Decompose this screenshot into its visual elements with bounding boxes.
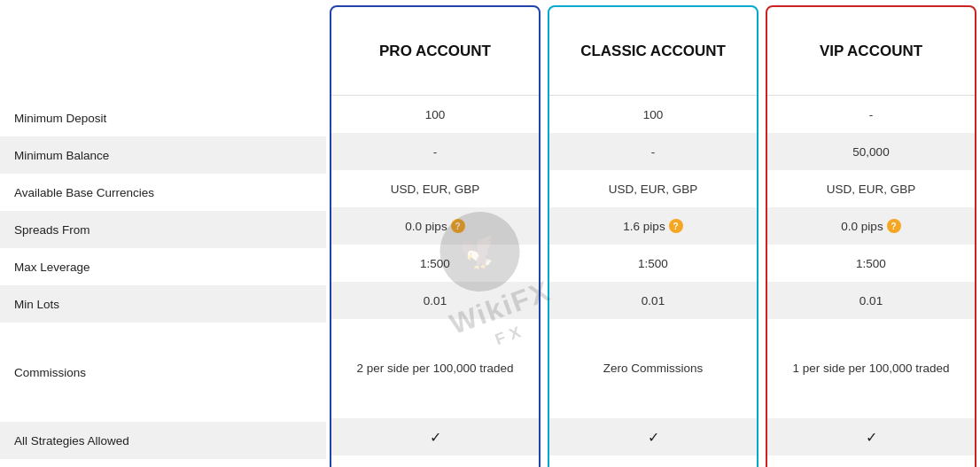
label-cell-4: Max Leverage	[0, 248, 326, 285]
data-cell-pro-9: ✓	[331, 418, 539, 455]
data-cell-classic-0: 100	[549, 96, 757, 133]
data-cell-vip-1: 50,000	[767, 133, 975, 170]
data-cell-classic-6	[549, 319, 757, 337]
data-cell-pro-5: 0.01	[331, 282, 539, 319]
label-cell-3: Spreads From	[0, 211, 326, 248]
help-icon-pro-3[interactable]: ?	[451, 219, 465, 233]
data-cell-vip-7: 1 per side per 100,000 traded	[767, 337, 975, 401]
account-col-vip: VIP ACCOUNT-50,000USD, EUR, GBP0.0 pips …	[766, 5, 976, 467]
data-cell-pro-4: 1:500	[331, 245, 539, 282]
account-title-vip: VIP ACCOUNT	[767, 7, 975, 96]
label-cell-8	[0, 404, 326, 422]
data-cell-classic-5: 0.01	[549, 282, 757, 319]
data-cell-classic-4: 1:500	[549, 245, 757, 282]
label-cell-0: Minimum Deposit	[0, 99, 326, 136]
label-cell-6	[0, 323, 326, 340]
data-cell-pro-10: ✓	[331, 455, 539, 467]
data-cell-vip-9: ✓	[767, 418, 975, 455]
cell-value-text: 0.0 pips	[841, 220, 883, 233]
data-cell-vip-10: ✓	[767, 455, 975, 467]
label-cell-5: Min Lots	[0, 285, 326, 323]
account-col-classic: CLASSIC ACCOUNT100-USD, EUR, GBP1.6 pips…	[548, 5, 758, 467]
data-cell-pro-1: -	[331, 133, 539, 170]
help-icon-vip-3[interactable]: ?	[887, 219, 901, 233]
cell-value-text: 1.6 pips	[623, 220, 665, 233]
data-cell-vip-6	[767, 319, 975, 337]
account-col-pro: PRO ACCOUNT100-USD, EUR, GBP0.0 pips ?1:…	[330, 5, 541, 467]
label-column: Minimum DepositMinimum BalanceAvailable …	[0, 0, 326, 467]
data-cell-pro-2: USD, EUR, GBP	[331, 170, 539, 207]
data-cell-pro-8	[331, 401, 539, 418]
data-cell-vip-4: 1:500	[767, 245, 975, 282]
data-cell-classic-1: -	[549, 133, 757, 170]
account-title-classic: CLASSIC ACCOUNT	[549, 7, 757, 96]
data-cell-pro-6	[331, 319, 539, 337]
data-cell-classic-10: ✓	[549, 455, 757, 467]
data-cell-vip-0: -	[767, 96, 975, 133]
checkmark: ✓	[648, 429, 659, 446]
checkmark: ✓	[866, 429, 877, 446]
data-cell-classic-2: USD, EUR, GBP	[549, 170, 757, 207]
account-title-pro: PRO ACCOUNT	[331, 7, 539, 96]
checkmark: ✓	[430, 429, 441, 446]
data-cell-vip-3: 0.0 pips ?	[767, 207, 975, 245]
data-cell-classic-7: Zero Commissions	[549, 337, 757, 401]
data-cell-classic-8	[549, 401, 757, 418]
label-cell-9: All Strategies Allowed	[0, 422, 326, 459]
help-icon-classic-3[interactable]: ?	[669, 219, 683, 233]
data-cell-pro-7: 2 per side per 100,000 traded	[331, 337, 539, 401]
label-cell-2: Available Base Currencies	[0, 174, 326, 211]
label-cell-7: Commissions	[0, 340, 326, 404]
comparison-table: 🦅 WikiFX FX Minimum DepositMinimum Balan…	[0, 0, 980, 467]
data-cell-vip-2: USD, EUR, GBP	[767, 170, 975, 207]
cell-value-text: 0.0 pips	[405, 220, 447, 233]
data-cell-pro-3: 0.0 pips ?	[331, 207, 539, 245]
data-cell-pro-0: 100	[331, 96, 539, 133]
label-cell-1: Minimum Balance	[0, 136, 326, 174]
data-cell-vip-8	[767, 401, 975, 418]
data-cell-vip-5: 0.01	[767, 282, 975, 319]
data-cell-classic-3: 1.6 pips ?	[549, 207, 757, 245]
data-cell-classic-9: ✓	[549, 418, 757, 455]
label-cell-10: Swap-free Islamic Account Option	[0, 459, 326, 467]
